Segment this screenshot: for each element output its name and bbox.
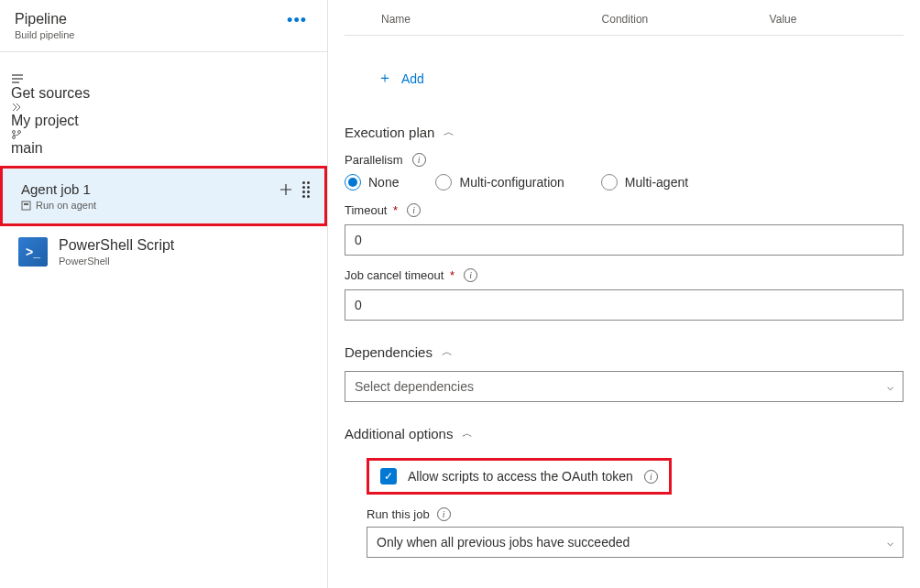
oauth-checkbox[interactable]: ✓	[380, 468, 397, 485]
get-sources-item[interactable]: Get sources My project main	[0, 63, 327, 166]
svg-point-1	[18, 131, 21, 134]
azure-repo-icon	[11, 102, 22, 113]
agent-job-item[interactable]: Agent job 1 Run on agent	[0, 166, 327, 226]
col-condition: Condition	[602, 13, 770, 26]
pipeline-title: Pipeline	[15, 11, 74, 27]
oauth-highlight: ✓ Allow scripts to access the OAuth toke…	[367, 458, 672, 495]
svg-point-2	[13, 136, 16, 139]
sources-icon	[11, 72, 312, 85]
additional-options-header[interactable]: Additional options ︿	[345, 426, 904, 441]
info-icon[interactable]: i	[412, 153, 426, 167]
repo-branch: main	[11, 129, 312, 156]
info-icon[interactable]: i	[644, 470, 658, 484]
chevron-down-icon: ⌵	[887, 380, 893, 393]
chevron-up-icon: ︿	[444, 125, 455, 140]
execution-plan-header[interactable]: Execution plan ︿	[345, 125, 904, 140]
radio-multi-configuration[interactable]: Multi-configuration	[435, 174, 564, 191]
add-task-button[interactable]	[279, 182, 293, 197]
left-panel: Pipeline Build pipeline ••• Get sources …	[0, 0, 328, 588]
right-panel: Name Condition Value ＋ Add Execution pla…	[328, 0, 920, 588]
chevron-down-icon: ⌵	[887, 536, 893, 549]
more-actions-button[interactable]: •••	[281, 11, 312, 30]
run-this-job-label: Run this job i	[367, 507, 904, 521]
plus-icon: ＋	[378, 69, 392, 88]
get-sources-label: Get sources	[11, 85, 90, 101]
agent-job-name: Agent job 1	[21, 181, 96, 197]
pipeline-subtitle: Build pipeline	[15, 29, 74, 40]
branch-icon	[11, 129, 22, 140]
powershell-task-item[interactable]: >_ PowerShell Script PowerShell	[0, 226, 327, 278]
dependencies-select[interactable]: Select dependencies ⌵	[345, 371, 904, 402]
add-variable-button[interactable]: ＋ Add	[345, 36, 424, 110]
drag-handle-icon[interactable]	[302, 181, 310, 198]
radio-multi-agent[interactable]: Multi-agent	[601, 174, 688, 191]
pipeline-header: Pipeline Build pipeline •••	[0, 0, 327, 51]
radio-none[interactable]: None	[345, 174, 399, 191]
svg-rect-4	[24, 203, 28, 205]
powershell-icon: >_	[18, 237, 48, 267]
col-value: Value	[770, 13, 904, 26]
oauth-label: Allow scripts to access the OAuth token	[408, 469, 633, 484]
info-icon[interactable]: i	[437, 507, 451, 521]
parallelism-label: Parallelism i	[345, 153, 904, 167]
job-cancel-timeout-label: Job cancel timeout * i	[345, 268, 904, 282]
variables-table-header: Name Condition Value	[345, 0, 904, 36]
agent-icon	[21, 201, 31, 211]
chevron-up-icon: ︿	[462, 426, 473, 441]
svg-point-0	[13, 131, 16, 134]
col-name: Name	[345, 13, 602, 26]
repo-project: My project	[11, 102, 312, 128]
timeout-input[interactable]	[345, 224, 904, 256]
parallelism-radio-group: None Multi-configuration Multi-agent	[345, 174, 904, 191]
svg-rect-3	[22, 201, 30, 210]
add-label: Add	[401, 71, 424, 86]
agent-job-subtitle: Run on agent	[36, 200, 96, 211]
info-icon[interactable]: i	[407, 203, 421, 217]
pipeline-title-block[interactable]: Pipeline Build pipeline	[15, 11, 74, 40]
job-cancel-timeout-input[interactable]	[345, 289, 904, 321]
info-icon[interactable]: i	[464, 268, 477, 282]
dependencies-header[interactable]: Dependencies ︿	[345, 344, 904, 360]
run-this-job-select[interactable]: Only when all previous jobs have succeed…	[367, 527, 904, 558]
task-name: PowerShell Script	[59, 237, 174, 254]
task-subtitle: PowerShell	[59, 256, 174, 267]
timeout-label: Timeout * i	[345, 203, 904, 217]
chevron-up-icon: ︿	[442, 344, 453, 360]
